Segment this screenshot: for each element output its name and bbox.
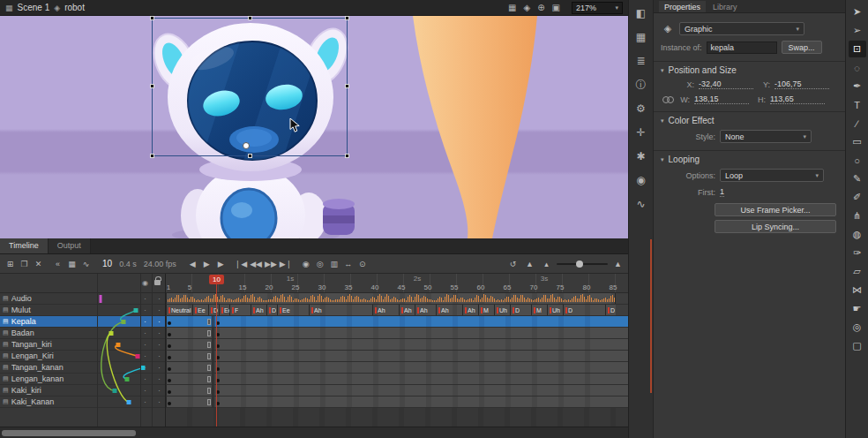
transform-handle[interactable] [248, 154, 252, 158]
breadcrumb-symbol[interactable]: robot [64, 3, 85, 12]
layer-lock-dot[interactable]: · [153, 294, 165, 303]
frame-track-Tangan_kanan[interactable] [166, 362, 628, 374]
frame-track-Kaki_Kanan[interactable] [166, 396, 628, 408]
transform-center-point[interactable] [243, 142, 250, 149]
marker-range-button[interactable]: ↔ [341, 257, 355, 271]
new-layer-button[interactable]: ⊞ [4, 257, 17, 271]
tab-library[interactable]: Library [707, 1, 743, 12]
elapsed-time-indicator[interactable]: 0.4 s [119, 260, 137, 268]
w-value[interactable]: 138,15 [694, 94, 749, 104]
brush-panel-icon[interactable]: ✱ [633, 148, 649, 164]
frame-track-Audio[interactable] [166, 293, 628, 305]
step-back-button[interactable]: ◀ [186, 257, 199, 271]
layer-lock-dot[interactable]: · [153, 306, 165, 314]
timeline-scrollbar[interactable] [0, 427, 628, 438]
instance-name-field[interactable]: kepala [707, 42, 777, 54]
lip-syncing-button[interactable]: Lip Syncing... [715, 220, 836, 233]
show-hide-all-layers-icon[interactable]: ◉ [142, 279, 148, 287]
pen-tool[interactable]: ✒ [849, 78, 866, 94]
tab-output[interactable]: Output [49, 238, 91, 253]
frame-ruler[interactable]: 151520253035404550556065707580851s2s3s [166, 274, 628, 293]
frame-track-Kepala[interactable] [166, 316, 628, 328]
transform-handle[interactable] [248, 16, 252, 20]
camera-tool[interactable]: ▢ [849, 337, 866, 354]
layer-lock-dot[interactable]: · [153, 363, 165, 372]
first-frame-button[interactable]: ❘◀ [234, 257, 248, 271]
brush-tool[interactable]: ✐ [849, 189, 866, 206]
step-forward-button[interactable]: ▶ [214, 257, 228, 271]
play-button[interactable]: ▶ [200, 257, 213, 271]
timeline-zoom-out-button[interactable]: ▴ [540, 257, 553, 271]
library-panel-icon[interactable]: ▦ [633, 29, 649, 45]
layer-lock-dot[interactable]: · [153, 340, 165, 349]
new-folder-button[interactable]: ❐ [18, 257, 31, 271]
fps-indicator[interactable]: 24.00 fps [144, 260, 176, 268]
breadcrumb-scene[interactable]: Scene 1 [18, 3, 50, 12]
selection-bounding-box[interactable] [152, 18, 348, 156]
edit-symbols-icon[interactable]: ◈ [523, 3, 530, 12]
clip-view-icon[interactable]: ▣ [552, 3, 560, 12]
settings-panel-icon[interactable]: ⚙ [633, 101, 649, 117]
eraser-tool[interactable]: ▱ [849, 263, 866, 280]
bone-tool[interactable]: ⋔ [849, 208, 866, 224]
line-tool[interactable]: ∕ [849, 115, 866, 132]
oval-tool[interactable]: ○ [849, 152, 866, 169]
looping-options-dropdown[interactable]: Loop ▾ [720, 169, 824, 182]
timeline-zoom-in-button[interactable]: ▲ [611, 257, 625, 271]
reset-timeline-zoom-button[interactable]: ↺ [506, 257, 520, 271]
paint-bucket-tool[interactable]: ◍ [849, 226, 866, 243]
zoom-tool[interactable]: ◎ [849, 319, 866, 336]
center-frame-button[interactable]: ⊙ [355, 257, 369, 271]
first-frame-value[interactable]: 1 [720, 187, 724, 197]
eyedropper-tool[interactable]: ✑ [849, 245, 866, 261]
layer-lock-dot[interactable]: · [153, 374, 165, 383]
use-frame-picker-button[interactable]: Use Frame Picker... [715, 203, 836, 216]
layer-lock-dot[interactable]: · [153, 397, 165, 406]
transform-handle[interactable] [345, 16, 349, 20]
stage-canvas[interactable] [0, 16, 628, 238]
transform-handle[interactable] [345, 84, 349, 88]
width-tool[interactable]: ⋈ [849, 282, 866, 298]
transform-handle[interactable] [345, 154, 349, 158]
h-value[interactable]: 113,65 [770, 94, 825, 104]
align-panel-icon[interactable]: ≣ [633, 53, 649, 69]
history-panel-icon[interactable]: ∿ [633, 196, 649, 212]
properties-panel-icon[interactable]: ◧ [633, 5, 649, 21]
y-value[interactable]: -106,75 [774, 79, 829, 89]
lasso-tool[interactable]: ◌ [849, 59, 866, 76]
section-looping[interactable]: ▾ Looping [654, 150, 845, 166]
transform-handle[interactable] [150, 154, 154, 158]
scrollbar-thumb[interactable] [2, 430, 136, 436]
playhead-marker[interactable]: 10 [209, 275, 224, 284]
subselection-tool[interactable]: ➢ [849, 22, 866, 39]
transform-handle[interactable] [150, 84, 154, 88]
free-transform-tool[interactable]: ⊡ [849, 41, 866, 57]
frame-view-icon[interactable]: ▦ [65, 257, 79, 271]
web-panel-icon[interactable]: ◉ [633, 172, 649, 188]
next-keyframe-button[interactable]: ▶▶ [264, 257, 278, 271]
delete-layer-button[interactable]: ✕ [32, 257, 45, 271]
graph-view-icon[interactable]: ∿ [79, 257, 93, 271]
frame-track-Badan[interactable] [166, 328, 628, 339]
rectangle-tool[interactable]: ▭ [849, 133, 866, 150]
layer-lock-dot[interactable]: · [153, 317, 165, 326]
frame-track-Mulut[interactable]: NeutralEeDEeFAhDEeAhAhAhAhAhAhMUhDMUhDD [166, 305, 628, 316]
onion-skin-button[interactable]: ◉ [299, 257, 312, 271]
zoom-level-dropdown[interactable]: 217% ▾ [572, 2, 623, 14]
center-stage-icon[interactable]: ⊕ [537, 3, 544, 12]
symbol-type-dropdown[interactable]: Graphic ▾ [679, 22, 804, 35]
section-color-effect[interactable]: ▾ Color Effect [654, 111, 845, 127]
swap-button[interactable]: Swap... [782, 41, 822, 54]
frame-track-Tangan_kiri[interactable] [166, 339, 628, 351]
timeline-zoom-slider-thumb[interactable] [576, 261, 583, 268]
timeline-zoom-slider[interactable] [557, 263, 608, 265]
tab-timeline[interactable]: Timeline [0, 238, 49, 253]
collapse-frames-icon[interactable]: « [51, 257, 64, 271]
onion-outline-button[interactable]: ◎ [313, 257, 326, 271]
lock-all-layers-icon[interactable] [154, 279, 161, 287]
frame-track-Kaki_kiri[interactable] [166, 385, 628, 396]
tab-properties[interactable]: Properties [659, 1, 706, 12]
layer-lock-dot[interactable]: · [153, 351, 165, 360]
prev-keyframe-button[interactable]: ◀◀ [249, 257, 263, 271]
frame-track-Lengan_kanan[interactable] [166, 374, 628, 385]
